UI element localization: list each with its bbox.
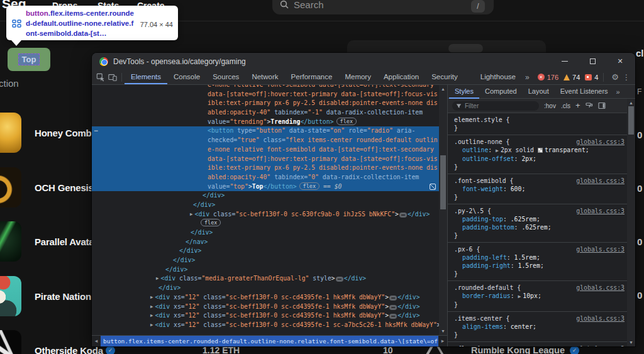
elements-code-line[interactable]: data-[state=off]:hover:text-primary data… xyxy=(92,90,439,99)
color-swatch[interactable] xyxy=(538,148,543,153)
css-property[interactable]: outline: ▶2px solid transparent; xyxy=(454,146,625,155)
devtools-tab-performance[interactable]: Performance xyxy=(285,70,339,84)
css-rule[interactable]: .font-semibold {globals.css:3font-weight… xyxy=(448,174,627,204)
dock-panel-icon[interactable] xyxy=(598,102,606,109)
devtools-tab-lighthouse[interactable]: Lighthouse xyxy=(474,70,522,84)
console-status-badges[interactable]: ✕ 176 74 4 xyxy=(538,74,599,81)
scroll-down-icon[interactable]: ▼ xyxy=(627,340,635,345)
devtools-menu-icon[interactable]: ⋮ xyxy=(623,73,630,82)
elements-code-line[interactable]: </div> xyxy=(92,191,439,201)
elements-code-line[interactable]: checked="true" class="flex items-center … xyxy=(92,136,439,145)
styles-tab-layout[interactable]: Layout xyxy=(523,85,555,99)
css-rule[interactable]: .outline-none {globals.css:3outline: ▶2p… xyxy=(448,135,627,174)
css-property[interactable]: padding-right: 1.5rem; xyxy=(454,262,625,270)
devtools-tab-application[interactable]: Application xyxy=(377,70,425,84)
elements-code-line[interactable]: </div> xyxy=(92,246,439,256)
css-source-link[interactable]: globals.css:3 xyxy=(576,314,625,323)
css-rule[interactable]: .rounded-default {globals.css:3border-ra… xyxy=(448,281,627,312)
elements-code-line[interactable]: value="top">Top</button>flex == $0 xyxy=(92,182,439,192)
css-source-link[interactable]: globals.css:3 xyxy=(576,177,625,185)
more-tabs-button[interactable]: » xyxy=(522,73,533,82)
elements-code-line[interactable]: ⋯<button type="button" data-state="on" r… xyxy=(92,126,439,136)
css-source-link[interactable]: globals.css:3 xyxy=(576,245,625,253)
breadcrumb[interactable]: button.flex.items-center.rounded-default… xyxy=(101,336,438,346)
devtools-tab-console[interactable]: Console xyxy=(167,70,206,84)
expand-arrow-icon[interactable]: ▶ xyxy=(150,292,153,302)
css-property[interactable]: padding-bottom: .625rem; xyxy=(454,223,625,231)
elements-code-line[interactable]: ▶<div xs="12" class="sc-beff130f-0 sc-cd… xyxy=(92,311,439,321)
style-filter-input[interactable]: Filter xyxy=(452,101,539,111)
css-source-link[interactable]: globals.css:3 xyxy=(576,138,625,146)
expand-arrow-icon[interactable]: ▶ xyxy=(150,302,153,311)
close-button[interactable]: ✕ xyxy=(606,53,634,70)
more-styles-tabs-button[interactable]: » xyxy=(614,88,623,96)
scroll-up-icon[interactable]: ▲ xyxy=(439,87,447,91)
expand-value-icon[interactable]: ▶ xyxy=(496,148,499,153)
elements-code-line[interactable]: </div> xyxy=(92,284,439,293)
devtools-tab-memory[interactable]: Memory xyxy=(338,70,377,84)
css-rule[interactable]: .px-6 {globals.css:3padding-left: 1.5rem… xyxy=(448,243,627,281)
elements-code-line[interactable]: ▶<div xs="12" class="sc-beff130f-0 sc-cd… xyxy=(92,302,439,312)
scrollbar-thumb[interactable] xyxy=(628,106,634,135)
elements-code-line[interactable]: </div> xyxy=(92,201,439,210)
elements-code-line[interactable]: </div> xyxy=(92,256,439,265)
elements-code-line[interactable]: abled:opacity-40" tabindex="0" data-radi… xyxy=(92,173,439,182)
top-button[interactable]: Top xyxy=(18,53,40,65)
elements-code-line[interactable]: abled:opacity-40" tabindex="-1" data-rad… xyxy=(92,108,439,118)
scroll-up-icon[interactable]: ▲ xyxy=(627,101,635,105)
breadcrumb-left-icon[interactable]: ◂ xyxy=(92,336,101,346)
element-classes-button[interactable]: .cls xyxy=(561,102,570,109)
elements-code-line[interactable]: ▶<div class="media-greaterThanOrEqual-lg… xyxy=(92,274,439,284)
maximize-button[interactable] xyxy=(579,53,606,70)
elements-code-line[interactable]: e-none relative font-semibold data-[stat… xyxy=(92,85,439,90)
toggle-element-state-button[interactable]: :hov xyxy=(544,102,556,109)
elements-code-line[interactable]: ▶<div class="sc-beff130f-0 sc-630fc9ab-0… xyxy=(92,210,439,219)
devtools-tab-elements[interactable]: Elements xyxy=(125,70,167,84)
css-source-link[interactable]: globals.css:3 xyxy=(576,207,625,215)
css-property[interactable]: padding-top: .625rem; xyxy=(454,215,625,223)
css-source-link[interactable]: globals.css:3 xyxy=(576,345,625,346)
expand-arrow-icon[interactable]: ▶ xyxy=(150,311,153,321)
device-toolbar-button[interactable] xyxy=(107,70,119,84)
devtools-titlebar[interactable]: DevTools - opensea.io/category/gaming ✕ xyxy=(92,53,635,70)
styles-tab-computed[interactable]: Computed xyxy=(479,85,523,99)
category-pill[interactable] xyxy=(448,44,483,53)
css-property[interactable]: font-weight: 600; xyxy=(454,185,625,193)
hover-ellipsis[interactable]: ⋯ xyxy=(94,126,98,136)
rendering-emulation-icon[interactable] xyxy=(586,102,593,109)
elements-code-line[interactable]: </nav> xyxy=(92,238,439,247)
elements-scrollbar[interactable]: ▲ ▼ xyxy=(439,85,447,335)
css-rule[interactable]: .items-center {globals.css:3align-items:… xyxy=(448,312,627,342)
devtools-tab-sources[interactable]: Sources xyxy=(206,70,245,84)
css-rule[interactable]: element.style {} xyxy=(448,113,627,135)
styles-scrollbar[interactable]: ▲ ▼ xyxy=(627,99,635,346)
scroll-down-icon[interactable]: ▼ xyxy=(439,329,447,333)
elements-code-line[interactable]: e-none relative font-semibold data-[stat… xyxy=(92,145,439,155)
elements-code-line[interactable]: </div> xyxy=(92,265,439,275)
collection-name[interactable]: Rumble Kong League xyxy=(471,345,565,354)
expand-value-icon[interactable]: ▶ xyxy=(518,294,521,299)
styles-tab-styles[interactable]: Styles xyxy=(449,85,479,99)
styles-tab-event-listeners[interactable]: Event Listeners xyxy=(555,85,614,99)
css-source-link[interactable]: globals.css:3 xyxy=(576,284,625,292)
search-input[interactable]: Search / xyxy=(272,0,494,14)
elements-code-line[interactable]: </div> xyxy=(92,228,439,238)
css-rule[interactable]: .flex {globals.css:3display: flex;} xyxy=(448,342,627,346)
dom-tree[interactable]: e-none relative font-semibold data-[stat… xyxy=(92,85,439,335)
expand-arrow-icon[interactable]: ▶ xyxy=(190,209,193,219)
css-property[interactable]: align-items: center; xyxy=(454,323,625,331)
minimize-button[interactable] xyxy=(551,53,579,70)
new-style-rule-button[interactable]: + xyxy=(575,102,580,109)
settings-gear-icon[interactable]: ⚙ xyxy=(611,72,619,82)
scroll-into-view-icon[interactable] xyxy=(430,184,436,190)
elements-code-line[interactable]: ible:text-primary px-6 py-2.5 disabled:p… xyxy=(92,99,439,108)
elements-code-line[interactable]: ible:text-primary px-6 py-2.5 disabled:p… xyxy=(92,163,439,173)
elements-code-line[interactable]: flex xyxy=(92,219,439,228)
elements-code-line[interactable]: value="trending">Trending</button>flex xyxy=(92,118,439,127)
elements-code-line[interactable]: ▶<div xs="12" class="sc-beff130f-0 sc-cd… xyxy=(92,321,439,330)
expand-arrow-icon[interactable]: ▶ xyxy=(156,274,159,284)
css-rule[interactable]: .py-2\.5 {globals.css:3padding-top: .625… xyxy=(448,204,627,243)
inspect-element-button[interactable] xyxy=(94,70,107,84)
devtools-tab-security[interactable]: Security xyxy=(425,70,464,84)
devtools-tab-network[interactable]: Network xyxy=(245,70,284,84)
